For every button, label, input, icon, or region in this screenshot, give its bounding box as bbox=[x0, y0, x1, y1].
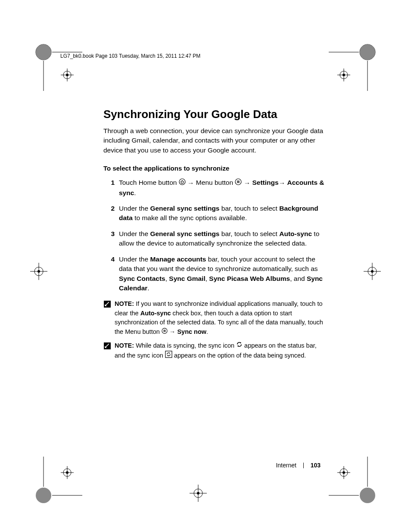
menu-icon bbox=[162, 327, 168, 337]
note-block: NOTE: While data is syncing, the sync ic… bbox=[103, 341, 327, 361]
svg-point-0 bbox=[179, 179, 185, 185]
step-number: 1 bbox=[103, 178, 119, 198]
step-number: 4 bbox=[103, 255, 119, 293]
step-body: Under the General sync settings bar, tou… bbox=[119, 204, 327, 223]
crop-mark-icon bbox=[327, 41, 378, 93]
svg-point-28 bbox=[36, 488, 51, 503]
note-body: NOTE: While data is syncing, the sync ic… bbox=[115, 341, 327, 361]
crop-mark-icon bbox=[327, 454, 378, 506]
svg-point-35 bbox=[360, 488, 375, 503]
crop-mark-icon bbox=[33, 454, 84, 506]
sync-icon bbox=[236, 341, 243, 351]
svg-rect-11 bbox=[165, 351, 172, 358]
page-content: Synchronizing Your Google Data Through a… bbox=[103, 108, 327, 365]
step-item: 1 Touch Home button → Menu button → Sett… bbox=[103, 178, 327, 198]
sync-box-icon bbox=[165, 351, 172, 361]
footer-section: Internet bbox=[276, 462, 296, 469]
arrow-right-icon: → bbox=[187, 178, 194, 188]
intro-paragraph: Through a web connection, your device ca… bbox=[103, 126, 327, 155]
note-body: NOTE: If you want to synchronize individ… bbox=[115, 299, 327, 337]
svg-point-13 bbox=[36, 44, 51, 60]
arrow-right-icon: → bbox=[169, 327, 176, 337]
step-item: 2 Under the General sync settings bar, t… bbox=[103, 204, 327, 223]
crop-mark-icon bbox=[185, 480, 211, 506]
crop-mark-icon bbox=[33, 41, 84, 93]
step-number: 2 bbox=[103, 204, 119, 223]
crop-mark-icon bbox=[26, 258, 52, 284]
step-number: 3 bbox=[103, 229, 119, 249]
step-body: Touch Home button → Menu button → Settin… bbox=[119, 178, 327, 198]
note-icon bbox=[103, 341, 115, 361]
section-subhead: To select the applications to synchroniz… bbox=[103, 165, 327, 172]
note-block: NOTE: If you want to synchronize individ… bbox=[103, 299, 327, 337]
step-item: 3 Under the General sync settings bar, t… bbox=[103, 229, 327, 249]
note-icon bbox=[103, 299, 115, 337]
step-body: Under the General sync settings bar, tou… bbox=[119, 229, 327, 249]
footer-separator bbox=[303, 463, 304, 468]
svg-point-21 bbox=[360, 44, 375, 60]
page-number: 103 bbox=[311, 462, 321, 469]
arrow-right-icon: → bbox=[244, 178, 251, 188]
step-item: 4 Under the Manage accounts bar, touch y… bbox=[103, 255, 327, 293]
step-body: Under the Manage accounts bar, touch you… bbox=[119, 255, 327, 293]
home-icon bbox=[179, 178, 186, 188]
arrow-right-icon: → bbox=[279, 178, 286, 188]
page-footer: Internet 103 bbox=[276, 462, 321, 469]
crop-mark-icon bbox=[359, 258, 385, 284]
page-title: Synchronizing Your Google Data bbox=[103, 108, 327, 121]
menu-icon bbox=[235, 178, 242, 188]
